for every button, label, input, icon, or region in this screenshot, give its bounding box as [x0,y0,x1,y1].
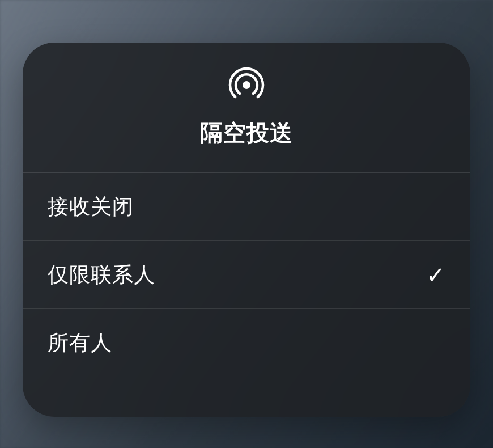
option-contacts-only[interactable]: 仅限联系人 ✓ [23,241,470,309]
option-label: 接收关闭 [48,193,134,221]
options-list: 接收关闭 ✓ 仅限联系人 ✓ 所有人 ✓ [23,173,470,377]
panel-header: 隔空投送 [23,43,470,173]
option-everyone[interactable]: 所有人 ✓ [23,309,470,377]
panel-title: 隔空投送 [200,117,293,149]
svg-point-0 [243,81,250,89]
option-receiving-off[interactable]: 接收关闭 ✓ [23,173,470,241]
airdrop-icon [228,66,265,104]
option-label: 所有人 [48,329,112,357]
checkmark-icon: ✓ [426,262,445,288]
airdrop-settings-panel: 隔空投送 接收关闭 ✓ 仅限联系人 ✓ 所有人 ✓ [23,43,470,417]
option-label: 仅限联系人 [48,261,155,289]
